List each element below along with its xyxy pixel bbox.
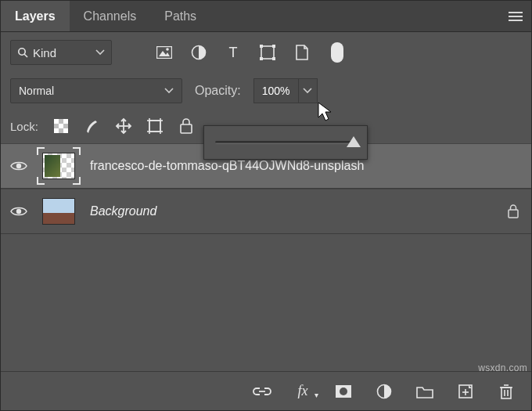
chevron-down-icon[interactable]	[298, 79, 317, 103]
svg-rect-23	[149, 121, 160, 132]
svg-rect-19	[54, 128, 59, 133]
adjustment-layer-icon[interactable]	[375, 382, 394, 401]
svg-line-4	[24, 54, 27, 57]
blend-mode-label: Normal	[19, 85, 54, 97]
opacity-slider-thumb[interactable]	[347, 136, 361, 147]
tab-channels[interactable]: Channels	[70, 1, 151, 31]
layer-thumbnail[interactable]	[40, 150, 77, 182]
layer-filter-row: Kind T	[1, 32, 531, 73]
filter-smartobject-icon[interactable]	[293, 44, 311, 61]
panel-tabs: Layers Channels Paths	[1, 1, 531, 32]
tab-layers[interactable]: Layers	[1, 1, 70, 31]
svg-rect-28	[181, 124, 192, 133]
layers-footer: fx▾	[1, 371, 531, 410]
group-icon[interactable]	[415, 382, 434, 401]
svg-rect-16	[54, 119, 59, 124]
filter-kind-label: Kind	[33, 46, 77, 59]
svg-rect-17	[63, 119, 68, 124]
opacity-slider-popover[interactable]	[203, 125, 368, 160]
svg-rect-39	[501, 388, 511, 398]
lock-image-icon[interactable]	[84, 117, 101, 135]
svg-rect-12	[272, 45, 275, 48]
link-layers-icon[interactable]	[253, 382, 271, 401]
layers-list: francesco-de-tommaso-qBT44OJWNd8-unsplas…	[1, 143, 531, 371]
layer-name[interactable]: francesco-de-tommaso-qBT44OJWNd8-unsplas…	[90, 159, 522, 173]
opacity-field[interactable]: 100%	[253, 78, 318, 103]
opacity-value: 100%	[254, 83, 298, 99]
filter-kind-dropdown[interactable]: Kind	[10, 40, 112, 65]
new-layer-icon[interactable]	[456, 382, 475, 401]
svg-rect-31	[509, 210, 518, 218]
opacity-slider-track[interactable]	[215, 141, 356, 144]
svg-point-29	[16, 164, 21, 168]
svg-point-34	[340, 388, 347, 395]
filter-toggle-switch[interactable]	[331, 42, 343, 63]
visibility-toggle-icon[interactable]	[10, 157, 27, 175]
opacity-label[interactable]: Opacity:	[195, 84, 241, 98]
svg-rect-18	[59, 124, 63, 128]
chevron-down-icon	[95, 49, 105, 56]
layer-thumbnail[interactable]	[40, 196, 77, 227]
svg-rect-13	[260, 57, 263, 60]
svg-rect-10	[261, 46, 274, 59]
layer-mask-icon[interactable]	[334, 382, 353, 401]
delete-layer-icon[interactable]	[497, 382, 516, 401]
chevron-down-icon	[164, 88, 174, 94]
lock-all-icon[interactable]	[178, 117, 195, 135]
svg-point-3	[19, 49, 25, 55]
visibility-toggle-icon[interactable]	[10, 203, 27, 220]
svg-text:T: T	[229, 45, 238, 59]
svg-rect-14	[272, 57, 275, 60]
lock-label: Lock:	[10, 120, 38, 133]
lock-position-icon[interactable]	[115, 117, 132, 135]
layers-panel: Layers Channels Paths Kind T	[0, 0, 532, 411]
filter-adjustment-icon[interactable]	[190, 44, 207, 61]
svg-point-7	[166, 48, 169, 51]
search-icon	[17, 47, 28, 58]
svg-marker-6	[159, 51, 170, 56]
svg-rect-11	[260, 45, 263, 48]
filter-type-text-icon[interactable]: T	[225, 44, 242, 61]
tab-paths[interactable]: Paths	[150, 1, 210, 31]
filter-type-buttons: T	[156, 42, 343, 63]
blend-mode-dropdown[interactable]: Normal	[10, 78, 182, 103]
layer-name[interactable]: Background	[90, 204, 492, 218]
svg-rect-20	[63, 128, 68, 133]
svg-rect-5	[157, 47, 172, 59]
filter-pixel-icon[interactable]	[156, 44, 173, 61]
filter-shape-icon[interactable]	[259, 44, 276, 61]
lock-artboard-icon[interactable]	[146, 117, 164, 135]
lock-transparent-icon[interactable]	[52, 117, 70, 135]
layer-row[interactable]: Background	[1, 189, 531, 234]
panel-menu-icon[interactable]	[500, 1, 531, 31]
layer-lock-icon[interactable]	[505, 203, 522, 220]
svg-point-30	[16, 209, 21, 214]
blend-row: Normal Opacity: 100%	[1, 73, 531, 109]
layer-style-icon[interactable]: fx▾	[293, 382, 312, 401]
